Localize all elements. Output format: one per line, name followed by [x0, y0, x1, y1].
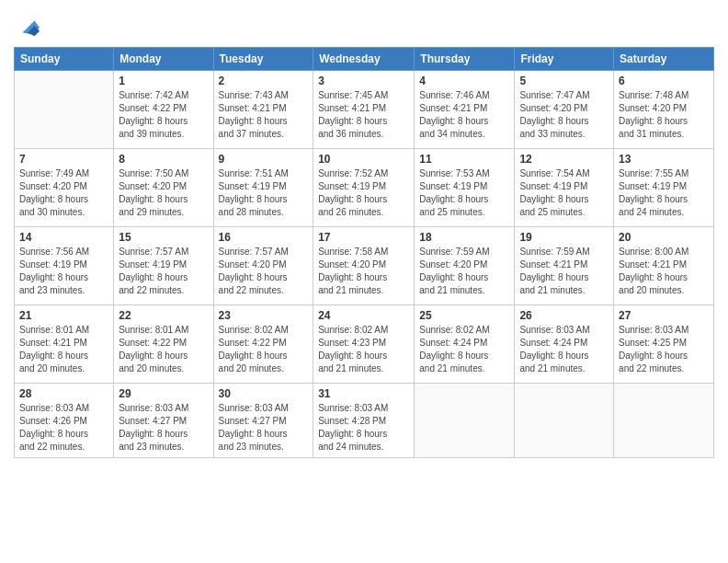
day-number: 1: [119, 75, 208, 87]
day-number: 10: [318, 153, 409, 166]
day-number: 28: [19, 387, 108, 400]
day-number: 23: [219, 309, 309, 322]
day-info: Sunrise: 8:02 AM Sunset: 4:23 PM Dayligh…: [318, 324, 409, 375]
day-info: Sunrise: 8:03 AM Sunset: 4:26 PM Dayligh…: [19, 402, 108, 454]
calendar-header-sunday: Sunday: [15, 48, 114, 71]
day-number: 12: [519, 153, 609, 166]
day-number: 21: [19, 309, 108, 322]
day-number: 20: [619, 231, 709, 244]
day-number: 16: [219, 231, 309, 244]
day-number: 18: [419, 231, 509, 244]
calendar-header-monday: Monday: [114, 48, 213, 71]
calendar-cell: 18Sunrise: 7:59 AM Sunset: 4:20 PM Dayli…: [415, 227, 515, 305]
calendar-header-wednesday: Wednesday: [313, 48, 415, 71]
day-number: 31: [318, 387, 409, 400]
calendar-cell: 21Sunrise: 8:01 AM Sunset: 4:21 PM Dayli…: [15, 305, 114, 384]
day-info: Sunrise: 7:43 AM Sunset: 4:21 PM Dayligh…: [219, 89, 309, 141]
calendar-cell: 29Sunrise: 8:03 AM Sunset: 4:27 PM Dayli…: [114, 384, 213, 458]
day-info: Sunrise: 7:56 AM Sunset: 4:19 PM Dayligh…: [19, 246, 108, 297]
day-info: Sunrise: 8:00 AM Sunset: 4:21 PM Dayligh…: [619, 246, 709, 297]
day-number: 4: [419, 75, 509, 87]
calendar-cell: 11Sunrise: 7:53 AM Sunset: 4:19 PM Dayli…: [415, 149, 515, 227]
calendar-cell: 19Sunrise: 7:59 AM Sunset: 4:21 PM Dayli…: [515, 227, 614, 305]
day-info: Sunrise: 7:49 AM Sunset: 4:20 PM Dayligh…: [19, 167, 108, 219]
day-info: Sunrise: 8:03 AM Sunset: 4:27 PM Dayligh…: [219, 402, 309, 454]
day-info: Sunrise: 8:01 AM Sunset: 4:21 PM Dayligh…: [19, 324, 108, 375]
calendar-cell: 10Sunrise: 7:52 AM Sunset: 4:19 PM Dayli…: [313, 149, 415, 227]
day-info: Sunrise: 7:55 AM Sunset: 4:19 PM Dayligh…: [619, 167, 709, 219]
calendar-header-thursday: Thursday: [415, 48, 515, 71]
day-info: Sunrise: 8:02 AM Sunset: 4:22 PM Dayligh…: [219, 324, 309, 375]
day-number: 14: [19, 231, 108, 244]
day-number: 27: [619, 309, 709, 322]
calendar-cell: 24Sunrise: 8:02 AM Sunset: 4:23 PM Dayli…: [313, 305, 415, 384]
day-number: 30: [219, 387, 309, 400]
day-number: 19: [519, 231, 609, 244]
day-info: Sunrise: 8:01 AM Sunset: 4:22 PM Dayligh…: [119, 324, 208, 375]
calendar-header-tuesday: Tuesday: [213, 48, 313, 71]
calendar-cell: 6Sunrise: 7:48 AM Sunset: 4:20 PM Daylig…: [614, 71, 714, 149]
day-number: 26: [519, 309, 609, 322]
day-info: Sunrise: 7:47 AM Sunset: 4:20 PM Dayligh…: [519, 89, 609, 141]
calendar-cell: 20Sunrise: 8:00 AM Sunset: 4:21 PM Dayli…: [614, 227, 714, 305]
day-number: 22: [119, 309, 208, 322]
day-number: 24: [318, 309, 409, 322]
calendar-cell: 30Sunrise: 8:03 AM Sunset: 4:27 PM Dayli…: [213, 384, 313, 458]
calendar-cell: 23Sunrise: 8:02 AM Sunset: 4:22 PM Dayli…: [213, 305, 313, 384]
day-info: Sunrise: 7:51 AM Sunset: 4:19 PM Dayligh…: [219, 167, 309, 219]
calendar-header-friday: Friday: [515, 48, 614, 71]
calendar-cell: 9Sunrise: 7:51 AM Sunset: 4:19 PM Daylig…: [213, 149, 313, 227]
day-info: Sunrise: 7:42 AM Sunset: 4:22 PM Dayligh…: [119, 89, 208, 141]
calendar-cell: 16Sunrise: 7:57 AM Sunset: 4:20 PM Dayli…: [213, 227, 313, 305]
calendar-cell: 5Sunrise: 7:47 AM Sunset: 4:20 PM Daylig…: [515, 71, 614, 149]
day-number: 6: [619, 75, 709, 87]
day-number: 5: [519, 75, 609, 87]
calendar-cell: 22Sunrise: 8:01 AM Sunset: 4:22 PM Dayli…: [114, 305, 213, 384]
calendar-table: SundayMondayTuesdayWednesdayThursdayFrid…: [14, 47, 714, 458]
day-info: Sunrise: 7:48 AM Sunset: 4:20 PM Dayligh…: [619, 89, 709, 141]
calendar-week-2: 7Sunrise: 7:49 AM Sunset: 4:20 PM Daylig…: [15, 149, 714, 227]
day-number: 8: [119, 153, 208, 166]
day-number: 13: [619, 153, 709, 166]
calendar-cell: 27Sunrise: 8:03 AM Sunset: 4:25 PM Dayli…: [614, 305, 714, 384]
calendar-cell: 28Sunrise: 8:03 AM Sunset: 4:26 PM Dayli…: [15, 384, 114, 458]
day-info: Sunrise: 7:58 AM Sunset: 4:20 PM Dayligh…: [318, 246, 409, 297]
day-info: Sunrise: 8:03 AM Sunset: 4:27 PM Dayligh…: [119, 402, 208, 454]
header: [14, 9, 714, 40]
calendar-cell: 25Sunrise: 8:02 AM Sunset: 4:24 PM Dayli…: [415, 305, 515, 384]
calendar-cell: 26Sunrise: 8:03 AM Sunset: 4:24 PM Dayli…: [515, 305, 614, 384]
day-info: Sunrise: 7:46 AM Sunset: 4:21 PM Dayligh…: [419, 89, 509, 141]
calendar-cell: 1Sunrise: 7:42 AM Sunset: 4:22 PM Daylig…: [114, 71, 213, 149]
page-container: SundayMondayTuesdayWednesdayThursdayFrid…: [0, 0, 728, 563]
calendar-cell: 31Sunrise: 8:03 AM Sunset: 4:28 PM Dayli…: [313, 384, 415, 458]
calendar-cell: 12Sunrise: 7:54 AM Sunset: 4:19 PM Dayli…: [515, 149, 614, 227]
day-info: Sunrise: 7:59 AM Sunset: 4:21 PM Dayligh…: [519, 246, 609, 297]
logo: [14, 14, 41, 40]
calendar-cell: [614, 384, 714, 458]
calendar-cell: 7Sunrise: 7:49 AM Sunset: 4:20 PM Daylig…: [15, 149, 114, 227]
day-number: 7: [19, 153, 108, 166]
logo-icon: [16, 14, 41, 40]
calendar-week-1: 1Sunrise: 7:42 AM Sunset: 4:22 PM Daylig…: [15, 71, 714, 149]
day-info: Sunrise: 7:45 AM Sunset: 4:21 PM Dayligh…: [318, 89, 409, 141]
calendar-header-row: SundayMondayTuesdayWednesdayThursdayFrid…: [15, 48, 714, 71]
day-info: Sunrise: 8:03 AM Sunset: 4:24 PM Dayligh…: [519, 324, 609, 375]
calendar-cell: 14Sunrise: 7:56 AM Sunset: 4:19 PM Dayli…: [15, 227, 114, 305]
day-number: 15: [119, 231, 208, 244]
calendar-week-5: 28Sunrise: 8:03 AM Sunset: 4:26 PM Dayli…: [15, 384, 714, 458]
day-info: Sunrise: 7:57 AM Sunset: 4:20 PM Dayligh…: [219, 246, 309, 297]
day-number: 3: [318, 75, 409, 87]
day-number: 25: [419, 309, 509, 322]
day-info: Sunrise: 7:50 AM Sunset: 4:20 PM Dayligh…: [119, 167, 208, 219]
calendar-header-saturday: Saturday: [614, 48, 714, 71]
day-number: 17: [318, 231, 409, 244]
calendar-cell: 2Sunrise: 7:43 AM Sunset: 4:21 PM Daylig…: [213, 71, 313, 149]
day-info: Sunrise: 8:03 AM Sunset: 4:25 PM Dayligh…: [619, 324, 709, 375]
calendar-week-4: 21Sunrise: 8:01 AM Sunset: 4:21 PM Dayli…: [15, 305, 714, 384]
calendar-cell: 4Sunrise: 7:46 AM Sunset: 4:21 PM Daylig…: [415, 71, 515, 149]
day-info: Sunrise: 7:59 AM Sunset: 4:20 PM Dayligh…: [419, 246, 509, 297]
calendar-cell: [515, 384, 614, 458]
day-info: Sunrise: 7:53 AM Sunset: 4:19 PM Dayligh…: [419, 167, 509, 219]
day-number: 11: [419, 153, 509, 166]
calendar-cell: [15, 71, 114, 149]
